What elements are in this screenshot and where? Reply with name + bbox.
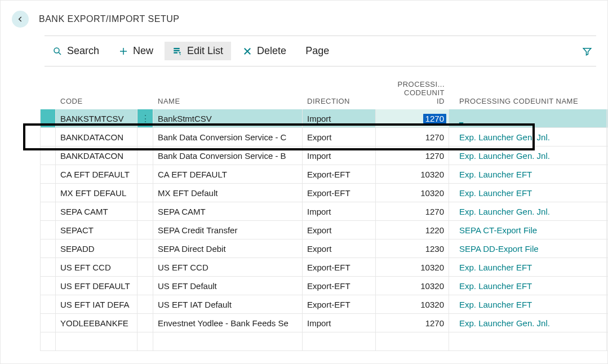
cell-code[interactable]: BANKDATACON bbox=[56, 147, 137, 165]
cell-name[interactable]: US EFT CCD bbox=[153, 258, 303, 277]
cell-code[interactable]: BANKSTMTCSV bbox=[56, 109, 137, 128]
cell-name[interactable]: SEPA Credit Transfer bbox=[153, 221, 303, 239]
cell-last[interactable] bbox=[607, 239, 607, 258]
cell-code[interactable]: BANKDATACON bbox=[56, 128, 137, 147]
cell-code[interactable]: US EFT DEFAULT bbox=[56, 277, 137, 295]
cell-name[interactable]: BankStmtCSV bbox=[153, 109, 303, 128]
cell-last[interactable] bbox=[607, 258, 607, 277]
cell-last[interactable] bbox=[607, 184, 607, 202]
back-button[interactable] bbox=[12, 11, 29, 28]
cell-codeunit-id[interactable]: 1270 bbox=[376, 147, 449, 165]
col-codeunit-name[interactable]: PROCESSING CODEUNIT NAME bbox=[449, 76, 607, 109]
cell-last[interactable] bbox=[607, 109, 607, 128]
cell-codeunit-id[interactable]: 10320 bbox=[376, 277, 449, 295]
row-selector[interactable] bbox=[40, 314, 56, 332]
cell-last[interactable] bbox=[607, 221, 607, 239]
cell-codeunit-name[interactable]: Exp. Launcher Gen. Jnl. bbox=[449, 314, 607, 332]
cell-codeunit-id[interactable]: 10320 bbox=[376, 184, 449, 202]
cell-codeunit-name[interactable]: Exp. Launcher EFT bbox=[449, 258, 607, 277]
row-selector[interactable] bbox=[40, 165, 56, 184]
row-selector[interactable] bbox=[40, 221, 56, 239]
row-selector[interactable] bbox=[40, 202, 56, 221]
row-selector[interactable] bbox=[40, 277, 56, 295]
cell-last[interactable] bbox=[607, 147, 607, 165]
row-selector[interactable] bbox=[40, 258, 56, 277]
row-selector[interactable] bbox=[40, 184, 56, 202]
row-more-button[interactable] bbox=[137, 184, 153, 202]
row-more-button[interactable] bbox=[137, 202, 153, 221]
row-more-button[interactable] bbox=[137, 295, 153, 314]
cell-name[interactable]: MX EFT Default bbox=[153, 184, 303, 202]
cell-name[interactable]: CA EFT DEFAULT bbox=[153, 165, 303, 184]
col-direction[interactable]: DIRECTION bbox=[303, 76, 376, 109]
cell-direction[interactable]: Export bbox=[303, 128, 376, 147]
cell-codeunit-id[interactable]: 10320 bbox=[376, 165, 449, 184]
cell-code[interactable]: SEPADD bbox=[56, 239, 137, 258]
cell-name[interactable]: US EFT Default bbox=[153, 277, 303, 295]
col-last[interactable]: F X bbox=[607, 76, 607, 109]
cell-codeunit-id[interactable]: 1230 bbox=[376, 239, 449, 258]
cell-direction[interactable]: Export-EFT bbox=[303, 295, 376, 314]
row-more-button[interactable] bbox=[137, 221, 153, 239]
cell-last[interactable] bbox=[607, 202, 607, 221]
edit-list-button[interactable]: Edit List bbox=[165, 42, 231, 60]
cell-codeunit-name[interactable]: Exp. Launcher EFT bbox=[449, 295, 607, 314]
cell-direction[interactable]: Export bbox=[303, 221, 376, 239]
delete-button[interactable]: Delete bbox=[234, 42, 294, 60]
cell-name[interactable]: US EFT IAT Default bbox=[153, 295, 303, 314]
cell-codeunit-id[interactable]: 1270 bbox=[376, 109, 449, 128]
cell-code[interactable]: SEPA CAMT bbox=[56, 202, 137, 221]
row-more-button[interactable] bbox=[137, 239, 153, 258]
col-codeunit-id[interactable]: PROCESSI... CODEUNIT ID bbox=[376, 76, 449, 109]
cell-last[interactable] bbox=[607, 277, 607, 295]
cell-direction[interactable]: Import bbox=[303, 109, 376, 128]
row-selector[interactable] bbox=[40, 109, 56, 128]
row-selector[interactable] bbox=[40, 295, 56, 314]
cell-name[interactable]: Bank Data Conversion Service - C bbox=[153, 128, 303, 147]
cell-last[interactable] bbox=[607, 295, 607, 314]
cell-codeunit-name[interactable]: Exp. Launcher Gen. Jnl. bbox=[449, 202, 607, 221]
row-more-button[interactable] bbox=[137, 277, 153, 295]
cell-last[interactable] bbox=[607, 314, 607, 332]
row-selector[interactable] bbox=[40, 239, 56, 258]
row-more-button[interactable] bbox=[137, 258, 153, 277]
page-menu[interactable]: Page bbox=[298, 42, 337, 60]
cell-codeunit-id[interactable]: 10320 bbox=[376, 258, 449, 277]
cell-direction[interactable]: Import bbox=[303, 314, 376, 332]
cell-codeunit-name[interactable]: Exp. Launcher Gen. Jnl. bbox=[449, 147, 607, 165]
cell-codeunit-name[interactable]: SEPA CT-Export File bbox=[449, 221, 607, 239]
cell-codeunit-id[interactable]: 1270 bbox=[376, 202, 449, 221]
cell-code[interactable]: CA EFT DEFAULT bbox=[56, 165, 137, 184]
cell-last[interactable] bbox=[607, 128, 607, 147]
row-more-button[interactable]: ⋮ bbox=[137, 109, 153, 128]
cell-codeunit-id[interactable]: 1220 bbox=[376, 221, 449, 239]
filter-button[interactable] bbox=[578, 42, 596, 60]
cell-name[interactable]: Envestnet Yodlee - Bank Feeds Se bbox=[153, 314, 303, 332]
cell-direction[interactable]: Export-EFT bbox=[303, 165, 376, 184]
cell-codeunit-name[interactable]: _ bbox=[449, 109, 607, 128]
cell-code[interactable]: MX EFT DEFAUL bbox=[56, 184, 137, 202]
cell-last[interactable] bbox=[607, 165, 607, 184]
cell-direction[interactable]: Export-EFT bbox=[303, 277, 376, 295]
row-more-button[interactable] bbox=[137, 314, 153, 332]
cell-codeunit-id[interactable]: 1270 bbox=[376, 314, 449, 332]
cell-code[interactable]: SEPACT bbox=[56, 221, 137, 239]
cell-codeunit-name[interactable]: Exp. Launcher EFT bbox=[449, 277, 607, 295]
cell-code[interactable]: US EFT CCD bbox=[56, 258, 137, 277]
cell-codeunit-name[interactable]: Exp. Launcher Gen. Jnl. bbox=[449, 128, 607, 147]
cell-direction[interactable]: Import bbox=[303, 147, 376, 165]
row-selector[interactable] bbox=[40, 147, 56, 165]
cell-name[interactable]: Bank Data Conversion Service - B bbox=[153, 147, 303, 165]
codeunit-name-link[interactable]: _ bbox=[459, 114, 463, 123]
row-more-button[interactable] bbox=[137, 165, 153, 184]
col-code[interactable]: CODE bbox=[56, 76, 137, 109]
cell-name[interactable]: SEPA Direct Debit bbox=[153, 239, 303, 258]
cell-code[interactable]: YODLEEBANKFE bbox=[56, 314, 137, 332]
cell-direction[interactable]: Import bbox=[303, 202, 376, 221]
cell-direction[interactable]: Export bbox=[303, 239, 376, 258]
cell-codeunit-name[interactable]: Exp. Launcher EFT bbox=[449, 184, 607, 202]
cell-direction[interactable]: Export-EFT bbox=[303, 184, 376, 202]
row-more-button[interactable] bbox=[137, 128, 153, 147]
cell-codeunit-name[interactable]: SEPA DD-Export File bbox=[449, 239, 607, 258]
cell-direction[interactable]: Export-EFT bbox=[303, 258, 376, 277]
